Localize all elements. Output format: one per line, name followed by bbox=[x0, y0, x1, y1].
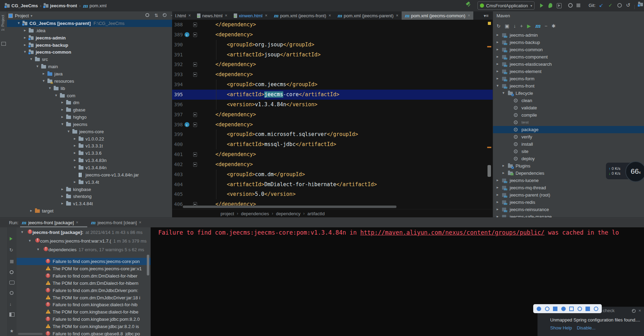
tree-toggle-icon[interactable]: ▸ bbox=[495, 200, 500, 204]
screenshot-icon[interactable] bbox=[9, 281, 15, 284]
close-icon[interactable]: × bbox=[265, 13, 267, 18]
xml-breadcrumb-item[interactable]: artifactId bbox=[307, 211, 325, 216]
maven-tree-row[interactable]: ▸jeecms-safe-manage bbox=[493, 213, 644, 217]
close-icon[interactable]: × bbox=[139, 220, 141, 225]
tree-toggle-icon[interactable]: ▸ bbox=[495, 207, 500, 211]
tree-row[interactable]: ▸ jeecms-admin bbox=[7, 34, 172, 42]
close-icon[interactable]: × bbox=[76, 220, 78, 225]
maven-tree-row[interactable]: ▸jeecms-backup bbox=[493, 39, 644, 46]
tree-toggle-icon[interactable]: ▸ bbox=[23, 35, 27, 40]
maven-tree-row[interactable]: install bbox=[493, 140, 644, 148]
close-icon[interactable]: × bbox=[225, 13, 227, 18]
tree-row[interactable]: jeecms-core-v1.3.4.84n.jar bbox=[7, 171, 172, 179]
tree-toggle-icon[interactable]: ▾ bbox=[495, 83, 500, 88]
run-issue-row[interactable]: The POM for com.kingbase:dialect-for-hib… bbox=[17, 308, 151, 316]
tree-toggle-icon[interactable]: ▸ bbox=[495, 33, 500, 37]
tree-row[interactable]: ▾ main bbox=[7, 63, 172, 70]
chevron-down-icon[interactable]: ▾ bbox=[30, 14, 32, 18]
maven-tree-row[interactable]: ▸jeecms-elasticsearch bbox=[493, 61, 644, 68]
tree-toggle-icon[interactable]: ▾ bbox=[20, 230, 24, 234]
git-update-icon[interactable]: ↙ bbox=[599, 2, 603, 8]
maven-tree-row[interactable]: package bbox=[493, 126, 644, 133]
editor-tab[interactable]: Hnews.html× bbox=[194, 11, 231, 20]
run-issue-row[interactable]: The POM for com.dm:DmJdbcDriver:jar:18 i bbox=[17, 294, 151, 301]
stripe-warning-mark[interactable] bbox=[487, 46, 491, 47]
coverage-icon[interactable] bbox=[557, 3, 562, 8]
rerun-failed-icon[interactable]: ↻ bbox=[9, 247, 13, 253]
tool-window-icon[interactable] bbox=[1, 42, 6, 46]
rerun-icon[interactable] bbox=[10, 237, 12, 240]
layout-icon[interactable] bbox=[9, 312, 15, 317]
run-issue-row[interactable]: The POM for com.dm:DmDialect-for-hibern bbox=[17, 280, 151, 287]
tree-toggle-icon[interactable]: ▸ bbox=[60, 107, 64, 112]
tree-row[interactable]: ▸ java bbox=[7, 70, 172, 78]
tree-toggle-icon[interactable]: ▸ bbox=[60, 201, 64, 206]
tree-toggle-icon[interactable]: ▾ bbox=[73, 165, 77, 170]
tree-row[interactable]: ▾ resources bbox=[7, 78, 172, 85]
speed-badge[interactable]: 66x bbox=[625, 161, 644, 182]
tree-row[interactable]: ▸ gbase bbox=[7, 106, 172, 113]
tree-toggle-icon[interactable]: ▸ bbox=[495, 47, 500, 52]
tree-toggle-icon[interactable]: ▸ bbox=[495, 214, 500, 217]
floating-toolbar-icon[interactable] bbox=[569, 307, 574, 311]
runtree-vscrollbar[interactable] bbox=[147, 255, 149, 275]
tree-row[interactable]: ▸ highgo bbox=[7, 113, 172, 121]
maven-tree-row[interactable]: ▾Lifecycle bbox=[493, 90, 644, 97]
maven-update-gutter-icon[interactable] bbox=[185, 122, 189, 127]
fold-marker-icon[interactable] bbox=[193, 62, 197, 67]
tree-toggle-icon[interactable]: ▸ bbox=[60, 100, 64, 105]
tree-toggle-icon[interactable]: ▾ bbox=[23, 49, 27, 54]
tree-row[interactable]: ▸ dm bbox=[7, 99, 172, 106]
close-icon[interactable]: × bbox=[396, 13, 399, 18]
floating-toolbar-icon[interactable] bbox=[537, 307, 541, 311]
tree-toggle-icon[interactable]: ▸ bbox=[23, 28, 27, 33]
run-tab[interactable]: m jeecms-front [clean]× bbox=[91, 218, 141, 227]
maven-tree-row[interactable]: compile bbox=[493, 111, 644, 119]
pin-icon[interactable]: ★ bbox=[10, 328, 14, 334]
maven-tree-row[interactable]: ▸jeecms-reinsurance bbox=[493, 206, 644, 213]
git-history-icon[interactable] bbox=[617, 3, 622, 8]
tree-toggle-icon[interactable]: ▾ bbox=[48, 86, 52, 90]
maven-tree-row[interactable]: ▸jeecms-form bbox=[493, 75, 644, 82]
xml-breadcrumb-item[interactable]: dependencies bbox=[241, 211, 269, 216]
tree-row[interactable]: ▸ target bbox=[7, 207, 172, 215]
maven-tree-row[interactable]: ▸jeecms-parent (root) bbox=[493, 191, 644, 199]
fold-marker-icon[interactable] bbox=[193, 162, 197, 167]
tree-row[interactable]: ▸ v1.3.3.6 bbox=[7, 149, 172, 157]
debug-icon[interactable] bbox=[549, 3, 552, 8]
tree-row[interactable]: ▸ jeecms-backup bbox=[7, 42, 172, 49]
fold-marker-icon[interactable] bbox=[193, 33, 197, 37]
tree-toggle-icon[interactable]: ▾ bbox=[42, 79, 46, 83]
tree-toggle-icon[interactable]: ▸ bbox=[73, 143, 77, 148]
run-button[interactable] bbox=[540, 3, 543, 8]
import-results-icon[interactable]: ↓ bbox=[9, 301, 12, 307]
maven-tree-row[interactable]: ▸jeecms-element bbox=[493, 68, 644, 75]
settings-gear-icon[interactable] bbox=[163, 13, 167, 17]
xml-breadcrumb-item[interactable]: dependency bbox=[276, 211, 301, 216]
tree-row[interactable]: ▾ CG_JeeCms [jeecms-parent]F:\CG_JeeCms bbox=[7, 20, 172, 27]
breadcrumb-item[interactable]: CG_JeeCms bbox=[5, 3, 38, 8]
tree-toggle-icon[interactable]: ▾ bbox=[29, 57, 33, 61]
tree-toggle-icon[interactable]: ▸ bbox=[60, 194, 64, 198]
run-issue-row[interactable]: Failure to find com.dm:DmDialect-for-hib… bbox=[17, 272, 151, 280]
tree-row[interactable]: ▾ jeecms-common bbox=[7, 48, 172, 56]
close-icon[interactable]: × bbox=[188, 13, 191, 18]
tree-row[interactable]: ▸ v1.3.4.83n bbox=[7, 157, 172, 164]
show-passed-icon[interactable] bbox=[10, 270, 14, 274]
console-link[interactable]: http://maven.aliyun.com/nexus/content/gr… bbox=[360, 229, 544, 236]
tree-toggle-icon[interactable]: ▸ bbox=[495, 69, 500, 73]
editor[interactable]: 388</dependency>389<dependency>390<group… bbox=[172, 20, 493, 217]
tree-row[interactable]: ▾ jeecms-core bbox=[7, 128, 172, 135]
editor-tab[interactable]: l.html× bbox=[172, 11, 194, 20]
tree-toggle-icon[interactable]: ▸ bbox=[495, 62, 500, 66]
maven-update-gutter-icon[interactable] bbox=[185, 32, 189, 37]
maven-tree-row[interactable]: ▸jeecms-common bbox=[493, 46, 644, 53]
project-panel-title[interactable]: Project bbox=[15, 13, 29, 18]
locate-icon[interactable] bbox=[145, 13, 149, 17]
git-revert-icon[interactable]: ↺ bbox=[626, 2, 630, 8]
tree-toggle-icon[interactable]: ▾ bbox=[36, 247, 40, 252]
tree-toggle-icon[interactable]: ▸ bbox=[73, 136, 77, 141]
floating-toolbar-icon[interactable] bbox=[545, 307, 549, 311]
maven-tree-row[interactable]: validate bbox=[493, 104, 644, 111]
tool-button-project[interactable]: 1: Project bbox=[1, 15, 5, 31]
